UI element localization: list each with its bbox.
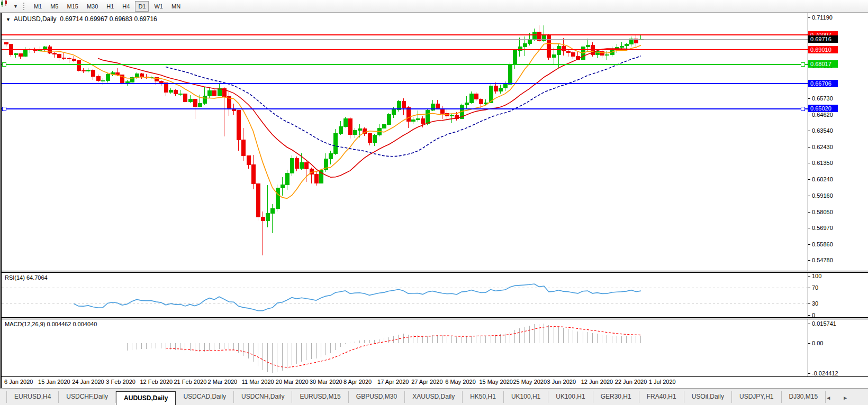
axis-tick-mark: [808, 212, 810, 213]
chart-tab-eurusd-m15[interactable]: EURUSD,M15: [292, 391, 348, 403]
axis-tick-mark: [808, 343, 810, 344]
chart-tab-hk50-h1[interactable]: HK50,H1: [463, 391, 504, 403]
rsi-pane: RSI(14) 64.7064 10070300: [2, 272, 868, 318]
rsi-canvas: [2, 273, 808, 317]
date-tick-label: 20 Mar 2020: [276, 379, 309, 385]
date-axis[interactable]: 6 Jan 202015 Jan 202024 Jan 20203 Feb 20…: [2, 377, 868, 388]
hline-handle[interactable]: [2, 107, 6, 111]
price-tick-label: 0.59160: [812, 192, 833, 199]
rsi-plot[interactable]: RSI(14) 64.7064: [2, 273, 808, 317]
timeframe-button-m1[interactable]: M1: [31, 1, 45, 12]
price-tick-label: 0.60240: [812, 176, 833, 182]
price-tick-label: 0.61350: [812, 160, 833, 166]
date-tick-label: 11 Mar 2020: [242, 379, 274, 385]
chart-tab-usoil-daily[interactable]: USOil,Daily: [684, 391, 732, 403]
ma-20-line: [98, 49, 641, 177]
timeframe-button-mn[interactable]: MN: [168, 1, 184, 12]
axis-tick-mark: [808, 147, 810, 148]
chart-type-icon[interactable]: [1, 1, 13, 12]
chart-tab-gbpusd-m30[interactable]: GBPUSD,M30: [349, 391, 405, 403]
rsi-axis[interactable]: 10070300: [808, 273, 868, 317]
macd-tick-label: 0.015741: [812, 320, 836, 327]
rsi-tick-label: 0: [812, 312, 815, 318]
axis-tick-mark: [808, 315, 810, 316]
price-chart-plot[interactable]: ▼AUDUSD,Daily 0.69714 0.69967 0.69683 0.…: [2, 13, 808, 271]
rsi-label: RSI(14) 64.7064: [5, 274, 48, 281]
date-tick-label: 25 May 2020: [513, 379, 547, 385]
candlestick-glyph: [0, 0, 8, 7]
tab-scroll-left-icon[interactable]: ◄: [826, 395, 831, 401]
hline-price-label: 0.68017: [808, 60, 838, 68]
timeframe-button-h4[interactable]: H4: [119, 1, 133, 12]
price-tick-label: 0.55860: [812, 241, 833, 247]
timeframe-button-m15[interactable]: M15: [64, 1, 81, 12]
price-tick-label: 0.63540: [812, 127, 833, 134]
date-tick-label: 2 Mar 2020: [208, 379, 238, 385]
chart-type-dropdown-icon[interactable]: ▼: [13, 4, 18, 9]
date-tick-label: 8 Apr 2020: [343, 379, 372, 385]
macd-signal-line: [166, 327, 641, 367]
mt4-window: ▼ M1M5M15M30H1H4D1W1MN ▼AUDUSD,Daily 0.6…: [0, 0, 868, 405]
chart-tab-eurusd-h4[interactable]: EURUSD,H4: [6, 391, 59, 403]
chart-tab-uk100-h1[interactable]: UK100,H1: [504, 391, 548, 403]
axis-tick-mark: [808, 276, 810, 277]
price-tick-label: 0.62430: [812, 144, 833, 150]
chart-tab-fra40-h1[interactable]: FRA40,H1: [639, 391, 684, 403]
macd-plot[interactable]: MACD(12,26,9) 0.004462 0.004040: [2, 319, 808, 376]
date-tick-label: 6 May 2020: [445, 379, 475, 385]
macd-axis[interactable]: 0.0157410.00-0.024412: [808, 319, 868, 376]
timeframe-button-w1[interactable]: W1: [151, 1, 166, 12]
date-tick-label: 30 Mar 2020: [310, 379, 342, 385]
date-tick-label: 3 Feb 2020: [106, 379, 135, 385]
chart-tab-usdcnh-daily[interactable]: USDCNH,Daily: [234, 391, 292, 403]
price-tick-label: 0.64620: [812, 112, 833, 118]
chart-tab-usdjpy-h1[interactable]: USDJPY,H1: [732, 391, 781, 403]
chart-tab-usdcad-daily[interactable]: USDCAD,Daily: [176, 391, 234, 403]
timeframe-button-d1[interactable]: D1: [135, 1, 149, 12]
chart-tab-dj30-m15[interactable]: DJ30,M15: [782, 391, 826, 403]
price-tick-label: 0.58050: [812, 209, 833, 215]
timeframe-buttons: M1M5M15M30H1H4D1W1MN: [30, 1, 185, 12]
hline-price-label: 0.65020: [808, 105, 838, 112]
tab-scroll-arrows: ◄ ►: [826, 395, 848, 401]
axis-tick-mark: [808, 373, 810, 374]
toolbar-grip-handle[interactable]: [23, 2, 25, 11]
price-axis[interactable]: 0.711900.679200.657300.646200.635400.624…: [808, 13, 868, 271]
date-tick-label: 22 Jun 2020: [615, 379, 647, 385]
date-tick-label: 3 Jun 2020: [547, 379, 576, 385]
price-tick-label: 0.65730: [812, 95, 833, 102]
price-tick-label: 0.71190: [812, 14, 833, 21]
chart-tab-xauusd-daily[interactable]: XAUUSD,Daily: [405, 391, 463, 403]
timeframe-toolbar: ▼ M1M5M15M30H1H4D1W1MN: [0, 0, 868, 13]
chart-ohlc-values: 0.69714 0.69967 0.69683 0.69716: [60, 15, 157, 23]
date-tick-label: 12 Jun 2020: [581, 379, 613, 385]
axis-tick-mark: [808, 131, 810, 131]
chart-tabs: EURUSD,H4USDCHF,DailyAUDUSD,DailyUSDCAD,…: [6, 391, 826, 405]
hline-handle[interactable]: [801, 62, 804, 66]
chart-menu-icon[interactable]: ▼: [6, 17, 11, 22]
axis-tick-mark: [808, 17, 810, 18]
chart-symbol-label: AUDUSD,Daily: [14, 15, 57, 23]
hline-handle[interactable]: [2, 62, 6, 66]
timeframe-button-h1[interactable]: H1: [103, 1, 117, 12]
macd-pane: MACD(12,26,9) 0.004462 0.004040 0.015741…: [2, 319, 868, 377]
timeframe-button-m5[interactable]: M5: [47, 1, 61, 12]
hline-handle[interactable]: [801, 107, 804, 111]
date-tick-label: 15 May 2020: [479, 379, 513, 385]
axis-tick-mark: [808, 303, 810, 304]
chart-tab-ger30-h1[interactable]: GER30,H1: [593, 391, 639, 403]
chart-tab-usdchf-daily[interactable]: USDCHF,Daily: [59, 391, 116, 403]
axis-tick-mark: [808, 228, 810, 228]
axis-tick-mark: [808, 288, 810, 288]
date-tick-label: 21 Feb 2020: [174, 379, 207, 385]
chart-tab-audusd-daily[interactable]: AUDUSD,Daily: [116, 391, 176, 405]
tab-scroll-right-icon[interactable]: ►: [843, 395, 848, 401]
axis-tick-mark: [808, 244, 810, 245]
date-tick-label: 12 Feb 2020: [140, 379, 173, 385]
timeframe-button-m30[interactable]: M30: [84, 1, 101, 12]
date-tick-label: 6 Jan 2020: [4, 379, 33, 385]
rsi-tick-label: 70: [812, 284, 818, 291]
price-tick-label: 0.54780: [812, 257, 833, 263]
chart-tab-uk100-h1[interactable]: UK100,H1: [548, 391, 593, 403]
chart-tab-bar: EURUSD,H4USDCHF,DailyAUDUSD,DailyUSDCAD,…: [0, 388, 868, 405]
